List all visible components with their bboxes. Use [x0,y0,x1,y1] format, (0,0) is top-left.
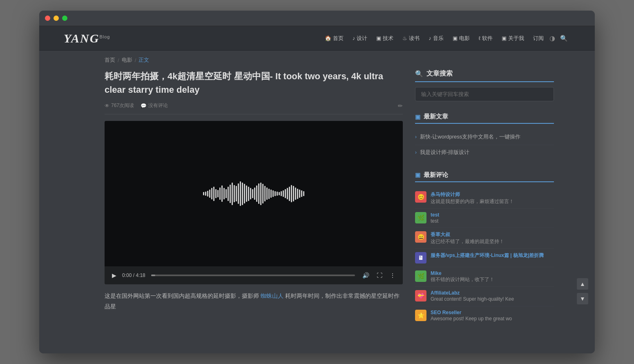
breadcrumb-sep-2: / [135,57,136,63]
close-button[interactable] [45,16,50,21]
waveform-bar [205,192,206,196]
video-canvas[interactable] [105,121,403,266]
article-body: 这是在国外网站第一次看到国内超高规格的延时摄影，摄影师 蜘蛛山人 耗时两年时间，… [105,291,403,311]
waveform-bar [258,183,259,204]
comment-text: 这已经不错了，最难的就是坚持！ [431,238,504,245]
waveform-bar [272,190,274,197]
nav-home[interactable]: 🏠首页 [321,32,347,45]
recent-post-text: 新快-让wordpress支持中文用名，一键操作 [420,133,520,141]
comment-content: Mike很不错的设计网站，收下了！ [431,270,494,283]
breadcrumb-home[interactable]: 首页 [105,56,115,64]
search-input[interactable] [415,87,554,101]
arrow-icon: › [415,134,417,140]
waveform-bar [285,189,286,198]
minimize-button[interactable] [54,16,59,21]
comment-item[interactable]: 🌿Mike很不错的设计网站，收下了！ [415,267,554,287]
scroll-buttons: ▲ ▼ [577,278,588,304]
waveform-bar [277,192,278,196]
waveform-bar [223,188,225,199]
breadcrumb-current: 正文 [138,56,149,64]
scroll-down-button[interactable]: ▼ [577,293,588,304]
recent-post-item[interactable]: › 我是设计师-排版设计 [415,145,554,160]
comment-avatar: 😄 [415,231,426,243]
waveform-bar [301,190,302,197]
waveform-bar [252,189,253,198]
waveform-bar [281,191,282,196]
waveform-bar [297,189,298,199]
search-widget: 🔍 文章搜索 [415,69,554,101]
waveform-bar [203,192,204,195]
nav-software[interactable]: ℓ软件 [476,32,496,45]
comment-item[interactable]: 😄香草大叔这已经不错了，最难的就是坚持！ [415,228,554,249]
waveform-bar [213,187,214,201]
comment-count: 💬 没有评论 [141,102,168,109]
video-player[interactable]: ▶ 0:00 / 4:18 🔊 ⛶ ⋮ [105,121,403,284]
nav-reading[interactable]: ♨读书 [399,32,423,45]
recent-comments-title: ▣ 最新评论 [415,171,554,182]
comment-content: testtest [431,212,439,225]
nav-movie[interactable]: ▣电影 [449,32,473,45]
comment-icon: 💬 [141,103,147,109]
comment-author: test [431,212,439,218]
breadcrumb-sep-1: / [118,57,119,63]
theme-toggle-icon[interactable]: ◑ [549,34,555,42]
comment-item[interactable]: ⭐SEO ResellerAwesome post! Keep up the g… [415,306,554,326]
site-header: YANGBlog 🏠首页 ♪设计 ▣技术 ♨读书 ♪音乐 ▣电影 ℓ软件 ▣关于… [39,26,595,51]
waveform-bar [279,192,280,195]
waveform-bar [291,185,292,202]
view-count: 👁 767次阅读 [105,102,134,109]
photographer-link[interactable]: 蜘蛛山人 [261,293,284,299]
waveform-bar [270,190,272,198]
waveform-bar [260,183,261,205]
comment-avatar: 💝 [415,290,426,301]
nav-subscribe[interactable]: 订阅 [530,32,547,45]
comment-item[interactable]: 💝AffiliateLabzGreat content! Super high-… [415,287,554,306]
comment-item[interactable]: 🖥服务器/vps上搭建生产环境-Linux篇 | 杨旭龙|差折腾 [415,249,554,267]
search-icon[interactable]: 🔍 [558,32,570,45]
article-title: 耗时两年拍摄，4k超清星空延时 星动中国- It took two years,… [105,69,403,96]
waveform-bar [211,188,212,199]
nav-design[interactable]: ♪设计 [349,32,371,45]
maximize-button[interactable] [62,16,67,21]
progress-fill [151,275,155,276]
comment-text: Great content! Super high-quality! Kee [431,296,514,303]
recent-post-item[interactable]: › 新快-让wordpress支持中文用名，一键操作 [415,130,554,145]
waveform-bar [283,190,284,197]
comment-avatar: ⭐ [415,310,426,321]
progress-bar[interactable] [151,275,355,276]
software-icon: ℓ [479,35,480,41]
recent-comments-section: ▣ 最新评论 😊杀马特设计师这就是我想要的内容，麻烦通过留言！🌿testtest… [415,171,554,326]
article-area: 耗时两年拍摄，4k超清星空延时 星动中国- It took two years,… [105,69,403,337]
comment-avatar: 😊 [415,191,426,203]
waveform-bar [221,185,223,202]
video-time: 0:00 / 4:18 [122,272,145,278]
edit-icon[interactable]: ✏ [398,103,403,109]
breadcrumb-movie[interactable]: 电影 [122,56,132,64]
nav-tech[interactable]: ▣技术 [373,32,397,45]
comment-item[interactable]: 🌿testtest [415,209,554,228]
waveform-bar [230,185,231,203]
recent-posts-icon: ▣ [415,114,420,120]
nav-about[interactable]: ▣关于我 [498,32,527,45]
more-options-button[interactable]: ⋮ [388,270,397,280]
video-controls: ▶ 0:00 / 4:18 🔊 ⛶ ⋮ [105,266,403,284]
comment-author: AffiliateLabz [431,290,514,296]
grid-icon-tech: ▣ [376,35,381,41]
waveform-bar [236,186,237,201]
recent-comments-icon: ▣ [415,172,420,178]
waveform-bar [256,185,257,202]
browser-window: YANGBlog 🏠首页 ♪设计 ▣技术 ♨读书 ♪音乐 ▣电影 ℓ软件 ▣关于… [39,11,595,353]
waveform-bar [262,184,263,203]
waveform-bar [303,191,304,196]
volume-button[interactable]: 🔊 [361,270,371,280]
play-button[interactable]: ▶ [110,270,118,280]
scroll-up-button[interactable]: ▲ [577,278,588,290]
waveform-bar [268,189,270,199]
comment-item[interactable]: 😊杀马特设计师这就是我想要的内容，麻烦通过留言！ [415,188,554,209]
sidebar: 🔍 文章搜索 ▣ 最新文章 › [415,69,554,337]
fullscreen-button[interactable]: ⛶ [375,270,384,280]
waveform-bar [266,188,268,200]
site-logo[interactable]: YANGBlog [64,31,110,45]
home-icon: 🏠 [325,35,331,41]
nav-music[interactable]: ♪音乐 [425,32,447,45]
